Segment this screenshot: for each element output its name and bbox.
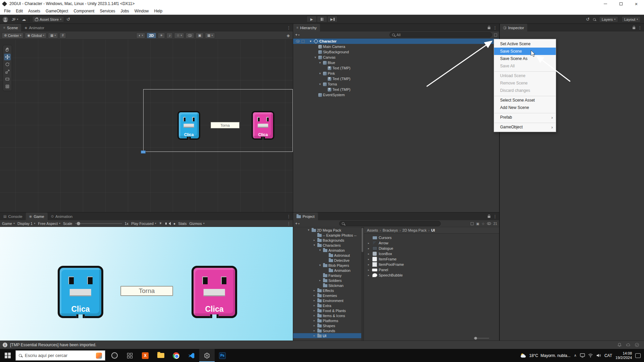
lock-icon[interactable] [488,27,490,29]
blue-character-button[interactable]: Clica [58,266,103,318]
vscode-icon[interactable] [184,349,199,362]
display-dropdown[interactable]: Display 1 ▾ [17,222,35,226]
layers-dropdown[interactable]: Layers ▾ [599,16,618,22]
folder-tree-item[interactable]: ▼ Blob Players [293,263,364,268]
context-menu-item[interactable]: Save All [494,62,556,70]
notification-center-icon[interactable] [635,353,641,358]
clock-widget[interactable]: 14:08 19/2/2024 [615,351,632,360]
asset-item[interactable]: ▸ Panel [364,267,499,273]
game-viewport[interactable]: Clica Torna Clica [0,227,293,341]
hierarchy-item[interactable]: ▼ Torna [293,81,499,87]
fold-arrow-icon[interactable]: ▼ [318,264,322,267]
move-tool[interactable] [4,54,11,60]
asset-item[interactable]: ▸ Arrow [364,240,499,246]
context-menu-item[interactable]: Add New Scene [494,104,556,111]
breadcrumb-assets[interactable]: Assets [367,228,378,232]
fold-arrow-icon[interactable]: ▸ [312,304,316,307]
draw-mode-dropdown[interactable]: ◐ ▾ [136,33,145,39]
folder-tree-item[interactable]: Detective [293,258,364,263]
context-menu-item[interactable]: Prefab › [494,114,556,121]
context-menu-item[interactable]: Discard changes [494,87,556,94]
speaker-icon[interactable] [167,222,171,225]
transform-tool[interactable] [4,83,11,90]
canvas-handle[interactable] [141,150,146,154]
slider-knob[interactable] [474,337,477,340]
context-menu-item[interactable] [494,111,556,114]
tab-scene[interactable]: ≡ Scene [0,24,21,32]
menu-item[interactable]: Services [97,7,118,15]
context-menu-item[interactable]: Unload Scene [494,72,556,79]
check-circle-icon[interactable] [635,343,639,347]
context-menu-item[interactable]: GameObject › [494,123,556,131]
refresh-icon[interactable]: ↺ [66,17,70,22]
status-message[interactable]: [TMP Essential Resources] have been impo… [10,343,96,347]
fold-arrow-icon[interactable]: ▸ [367,258,371,261]
account-avatar-icon[interactable] [3,17,8,22]
aspect-ratio-dropdown[interactable]: Free Aspect ▾ [38,222,60,226]
record-icon[interactable]: ● [173,222,176,226]
visibility-toggle[interactable] [185,33,194,39]
task-view-button[interactable] [122,349,138,362]
menu-item[interactable]: GameObject [43,7,71,15]
fold-arrow-icon[interactable]: ▼ [318,249,322,252]
menu-item[interactable]: Edit [13,7,25,15]
tab-project[interactable]: Project [293,213,318,220]
minimize-button[interactable] [598,0,613,7]
context-menu-item[interactable]: Remove Scene [494,79,556,87]
audio-toggle[interactable]: ♪ [166,33,173,39]
effects-dropdown[interactable]: ☆ ▾ [174,33,184,39]
hierarchy-item[interactable]: Text (TMP) [293,87,499,92]
blue-character-button[interactable]: Clica [177,111,200,140]
gizmos-dropdown[interactable]: Gizmos ▾ [189,222,204,226]
folder-tree-item[interactable]: ▸ Enemies [293,293,364,298]
fold-arrow-icon[interactable]: ▸ [312,334,316,337]
tab-hierarchy[interactable]: ≡ Hierarchy [293,24,320,32]
start-button[interactable] [0,349,15,362]
fold-arrow-icon[interactable]: ▸ [312,289,316,292]
fold-arrow-icon[interactable]: ▼ [307,229,311,232]
notification-bell-icon[interactable] [617,343,622,347]
asset-item[interactable]: ▸ Dialogue [364,246,499,251]
hierarchy-search-input[interactable]: All [389,32,492,38]
gizmo-compass-icon[interactable]: ◈ [285,33,291,38]
folder-tree-item[interactable]: ▼ Characters [293,243,364,248]
asset-store-button[interactable]: Asset Store ▾ [32,16,64,22]
create-object-button[interactable]: + ▾ [295,33,300,37]
fold-arrow-icon[interactable]: ▸ [312,319,316,322]
asset-item[interactable]: ▸ ItemFrame [364,256,499,262]
hand-tool[interactable] [4,46,11,53]
maximize-button[interactable] [613,0,629,7]
context-menu-item[interactable] [494,94,556,97]
fold-arrow-icon[interactable]: ▸ [367,274,371,277]
label-filter-icon[interactable]: ▣ [476,222,479,226]
folder-tree-item[interactable]: ▸ Food & Plants [293,308,364,313]
folder-tree-item[interactable]: Stickman [293,283,364,288]
tab-animation[interactable]: ⊙ Animation [48,213,76,220]
tab-game[interactable]: ◉ Game [26,213,48,220]
2d-toggle[interactable]: 2D [147,33,156,39]
hierarchy-item[interactable]: EventSystem [293,92,499,98]
context-menu-item[interactable]: Set Active Scene [494,40,556,48]
breadcrumb-2d-mega-pack[interactable]: 2D Mega Pack [402,228,427,232]
game-mode-dropdown[interactable]: Game ▾ [2,222,15,226]
folder-tree-item[interactable]: ▸ Backgrounds [293,238,364,243]
scale-slider[interactable] [75,223,122,224]
lock-icon[interactable] [488,216,490,218]
menu-item[interactable]: Help [152,7,165,15]
undo-history-icon[interactable]: ↺ [586,17,590,22]
menu-item[interactable]: Window [132,7,152,15]
panel-menu-icon[interactable]: ⋮ [493,25,497,30]
weather-widget[interactable]: 18°C Mayorm. nubla... [520,353,571,359]
asset-type-filter-icon[interactable] [471,222,474,225]
scale-tool[interactable] [4,68,11,75]
scene-viewport[interactable]: Clica Torna Clica [0,40,293,212]
fold-arrow-icon[interactable]: ▸ [312,239,316,242]
slider-knob[interactable] [77,222,80,225]
fold-arrow-icon[interactable]: ▼ [309,40,313,43]
project-tree-scrollbar[interactable] [361,227,364,341]
fold-arrow-icon[interactable]: ▸ [312,294,316,297]
stats-button[interactable]: Stats [178,222,186,226]
fold-arrow-icon[interactable]: ▸ [312,314,316,317]
rotate-tool[interactable] [4,61,11,68]
torna-button[interactable]: Torna [211,122,239,128]
